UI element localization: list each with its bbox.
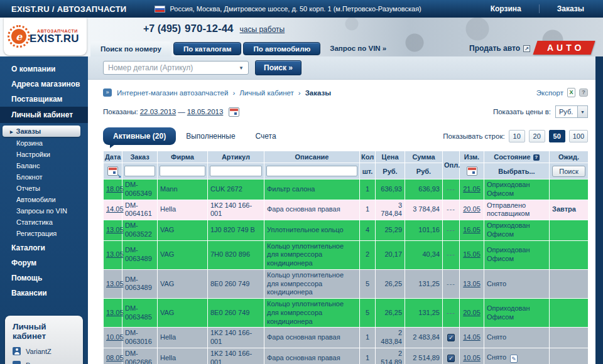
sell-auto-link[interactable]: Продать авто xyxy=(469,44,530,53)
paid-dash: --- xyxy=(447,185,455,193)
order-date-link[interactable]: 18.05 xyxy=(106,185,124,193)
order-date-link[interactable]: 13.05 xyxy=(106,309,124,316)
order-date-link[interactable]: 14.05 xyxy=(106,205,124,213)
col-desc[interactable]: Описание xyxy=(264,151,360,163)
col-article[interactable]: Артикул xyxy=(208,151,264,163)
table-search-button[interactable]: Поиск xyxy=(552,166,585,177)
orders-tab[interactable]: Счета xyxy=(246,127,286,145)
order-date-link[interactable]: 13.05 xyxy=(106,250,124,258)
rows-option-50[interactable]: 50 xyxy=(549,130,565,142)
changed-date-link[interactable]: 15.05 xyxy=(463,250,481,258)
currency-value: Руб. xyxy=(556,108,577,115)
search-button[interactable]: Поиск » xyxy=(255,60,302,75)
order-filter-input[interactable] xyxy=(124,166,155,176)
changed-date-link[interactable]: 14.05 xyxy=(463,333,481,341)
rows-option-10[interactable]: 10 xyxy=(509,130,525,142)
site-brand[interactable]: EXIST.RU / АВТОЗАПЧАСТИ xyxy=(11,4,127,14)
col-status[interactable]: Состояние? xyxy=(484,151,550,163)
col-firm[interactable]: Фирма xyxy=(158,151,208,163)
sidebar-item[interactable]: Адреса магазинов xyxy=(0,77,88,92)
rows-option-100[interactable]: 100 xyxy=(569,130,588,142)
col-wait[interactable]: Ожид. xyxy=(550,151,589,163)
sidebar-sub-item[interactable]: Регистрация xyxy=(0,228,88,239)
changed-filter-cell xyxy=(460,163,484,179)
chevron-down-icon[interactable]: ▼ xyxy=(239,65,244,71)
paid-checkbox[interactable]: ✓ xyxy=(447,334,455,341)
changed-filter-calendar-icon[interactable] xyxy=(467,166,477,176)
desc-filter-input[interactable] xyxy=(266,166,357,176)
sidebar-item[interactable]: Форум xyxy=(0,255,88,270)
changed-date-link[interactable]: 21.05 xyxy=(463,185,481,193)
cart-link[interactable]: Корзина xyxy=(491,4,521,13)
rows-option-20[interactable]: 20 xyxy=(529,130,545,142)
sidebar-item[interactable]: Личный кабинет xyxy=(0,107,88,123)
col-paid[interactable]: Опл. xyxy=(443,151,460,179)
firm-filter-input[interactable] xyxy=(160,166,205,176)
order-date-link[interactable]: 13.05 xyxy=(106,280,124,287)
export-link[interactable]: Экспорт xyxy=(536,89,563,97)
orders-tabs-row: Активные (20)ВыполненныеСчета Показывать… xyxy=(103,127,588,145)
sidebar-sub-item[interactable]: Заказы xyxy=(3,126,80,137)
sidebar-item[interactable]: Помощь xyxy=(0,270,88,286)
working-hours-link[interactable]: часы работы xyxy=(240,25,285,34)
excel-export-icon[interactable]: X xyxy=(567,88,575,97)
currency-select[interactable]: Руб. ▼ xyxy=(555,105,588,118)
nav-tab-link[interactable]: Запрос по VIN » xyxy=(322,41,394,55)
changed-date-link[interactable]: 10.05 xyxy=(463,354,481,361)
col-qty[interactable]: Кол xyxy=(360,151,376,163)
status-select[interactable]: Выбрать... xyxy=(484,163,550,179)
col-sum[interactable]: Сумма xyxy=(405,151,443,163)
sidebar-sub-item[interactable]: Корзина xyxy=(0,137,88,149)
export-help-icon[interactable]: ? xyxy=(579,88,588,97)
logo[interactable]: e автозапчасти EXIST.RU xyxy=(4,18,87,55)
order-date-link[interactable]: 10.05 xyxy=(106,333,124,341)
sidebar-sub-item[interactable]: Статистика xyxy=(0,217,88,228)
sidebar-item[interactable]: О компании xyxy=(0,62,88,77)
order-date-link[interactable]: 13.05 xyxy=(106,226,124,233)
sidebar-sub-item[interactable]: Запросы по VIN xyxy=(0,205,88,217)
col-order[interactable]: Заказ xyxy=(122,151,158,163)
changed-date-link[interactable]: 20.05 xyxy=(463,309,481,316)
col-changed[interactable]: Изм. xyxy=(460,151,484,163)
date-range-row: Показаны: 22.03.2013 — 18.05.2013 Показа… xyxy=(103,105,588,118)
breadcrumb-item[interactable]: Личный кабинет xyxy=(239,89,294,97)
order-row: 18.05DM-0065349MannCUK 2672Фильтр салона… xyxy=(104,179,589,200)
cell-paid: --- xyxy=(443,179,460,200)
order-date-link[interactable]: 08.05 xyxy=(106,354,124,361)
sidebar-sub-item[interactable]: Блокнот xyxy=(0,171,88,183)
sidebar-item[interactable]: Поставщикам xyxy=(0,92,88,107)
nav-tab-dark[interactable]: По автомобилю xyxy=(243,42,320,55)
account-user[interactable]: VariantZ xyxy=(13,347,75,355)
status-help-icon[interactable]: ? xyxy=(533,154,540,161)
account-box: Личный кабинет VariantZ ← Выход xyxy=(5,316,83,364)
sidebar-sub-item[interactable]: Отчеты xyxy=(0,183,88,194)
orders-tab[interactable]: Выполненные xyxy=(176,127,245,145)
breadcrumb-item[interactable]: Интернет-магазин автозапчастей xyxy=(117,89,228,97)
orders-link[interactable]: Заказы xyxy=(557,4,584,13)
date-from-link[interactable]: 22.03.2013 xyxy=(140,108,177,115)
sidebar-item[interactable]: Каталоги xyxy=(0,240,88,255)
col-price[interactable]: Цена xyxy=(376,151,405,163)
article-filter-input[interactable] xyxy=(210,166,262,176)
sidebar-item[interactable]: Вакансии xyxy=(0,286,88,301)
date-to-link[interactable]: 18.05.2013 xyxy=(187,108,224,115)
logout-button[interactable]: ← Выход xyxy=(13,361,75,364)
sidebar-sub-item[interactable]: Автомобили xyxy=(0,194,88,205)
cell-sum: 2 514,89 xyxy=(405,348,443,364)
auto-badge[interactable]: AUTO xyxy=(533,41,595,55)
nav-tab-active[interactable]: Поиск по номеру xyxy=(90,41,171,56)
changed-date-link[interactable]: 16.05 xyxy=(463,226,481,233)
changed-date-link[interactable]: 20.05 xyxy=(463,205,481,213)
part-number-input[interactable]: Номер детали (Артикул) ▼ xyxy=(103,61,249,75)
paid-checkbox[interactable]: ✓ xyxy=(447,355,455,362)
order-row: 13.05DM-0063485VAG8E0 260 749Кольцо упло… xyxy=(104,299,589,328)
changed-date-link[interactable]: 13.05 xyxy=(463,280,481,287)
calendar-icon[interactable] xyxy=(229,107,239,117)
sidebar-sub-item[interactable]: Баланс xyxy=(0,160,88,171)
col-date[interactable]: Дата xyxy=(104,151,122,163)
orders-tab[interactable]: Активные (20) xyxy=(103,127,176,145)
paid-dash: --- xyxy=(447,309,455,316)
nav-tab-dark[interactable]: По каталогам xyxy=(173,42,242,55)
sidebar-sub-item[interactable]: Настройки xyxy=(0,149,88,160)
edit-note-icon[interactable]: ✎ xyxy=(510,355,518,363)
